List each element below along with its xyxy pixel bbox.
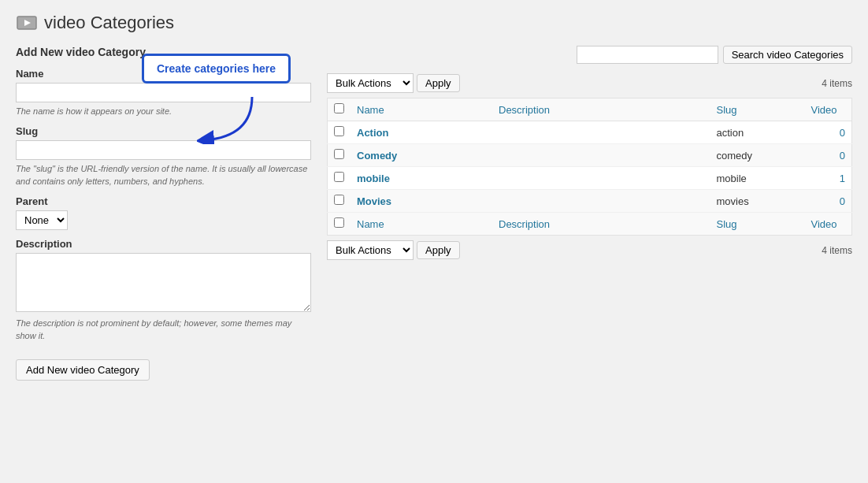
slug-hint: The "slug" is the URL-friendly version o… [16,163,311,188]
table-row: Comedy comedy 0 [328,144,852,167]
row-description-cell [492,144,710,167]
select-all-checkbox[interactable] [334,103,344,113]
row-name-cell: Comedy [351,144,492,167]
top-bulk-actions-select[interactable]: Bulk Actions [327,73,414,93]
right-panel: Search video Categories Bulk Actions App… [327,46,852,381]
col-footer-description-label: Description [499,218,550,230]
row-slug-cell: movies [710,190,805,213]
col-header-name: Name [351,98,492,121]
description-textarea[interactable] [16,253,311,312]
row-description-cell [492,167,710,190]
description-hint: The description is not prominent by defa… [16,318,311,342]
slug-input[interactable] [16,140,311,160]
row-checkbox[interactable] [334,172,344,182]
row-name-cell: mobile [351,167,492,190]
col-footer-video-link[interactable]: Video [811,218,837,230]
description-label: Description [16,238,311,250]
callout-bubble: Create categories here [142,54,291,84]
bottom-apply-button[interactable]: Apply [417,241,460,259]
parent-field-group: Parent None [16,195,311,230]
row-name-cell: Action [351,121,492,144]
row-name-link[interactable]: Action [357,127,388,139]
search-input[interactable] [577,46,718,64]
left-panel: Create categories here Add New video Cat… [16,46,311,381]
row-video-cell: 0 [805,144,852,167]
col-footer-slug-link[interactable]: Slug [717,218,737,230]
slug-field-group: Slug The "slug" is the URL-friendly vers… [16,125,311,188]
description-field-group: Description The description is not promi… [16,238,311,342]
parent-label: Parent [16,195,311,207]
search-button[interactable]: Search video Categories [723,46,852,64]
search-bar: Search video Categories [327,46,852,64]
col-footer-description: Description [492,213,710,236]
parent-select[interactable]: None [16,210,68,230]
row-slug-cell: action [710,121,805,144]
callout-arrow [197,97,260,147]
row-name-link[interactable]: Comedy [357,150,397,162]
table-row: Action action 0 [328,121,852,144]
row-slug-cell: comedy [710,144,805,167]
slug-label: Slug [16,125,311,137]
top-apply-button[interactable]: Apply [417,74,460,92]
col-header-video-link[interactable]: Video [811,104,837,116]
row-video-cell: 1 [805,167,852,190]
row-checkbox-cell [328,190,351,213]
parent-select-wrapper: None [16,210,311,230]
row-checkbox[interactable] [334,126,344,136]
bottom-items-count: 4 items [822,245,852,256]
col-header-description: Description [492,98,710,121]
categories-table: Name Description Slug Video [327,98,852,236]
col-header-checkbox [328,98,351,121]
col-footer-slug: Slug [710,213,805,236]
table-header-row: Name Description Slug Video [328,98,852,121]
select-all-footer-checkbox[interactable] [334,217,344,228]
row-name-link[interactable]: Movies [357,195,391,207]
row-checkbox[interactable] [334,149,344,159]
col-footer-video: Video [805,213,852,236]
add-new-button[interactable]: Add New video Category [16,359,150,381]
col-header-description-label: Description [499,104,550,116]
table-body: Action action 0 Comedy comedy 0 mobile m… [328,121,852,213]
row-checkbox-cell [328,121,351,144]
bottom-toolbar-left: Bulk Actions Apply [327,240,460,260]
row-checkbox[interactable] [334,195,344,205]
table-row: Movies movies 0 [328,190,852,213]
row-video-cell: 0 [805,190,852,213]
table-row: mobile mobile 1 [328,167,852,190]
col-footer-checkbox [328,213,351,236]
top-toolbar-left: Bulk Actions Apply [327,73,460,93]
top-items-count: 4 items [822,78,852,89]
col-header-slug-link[interactable]: Slug [717,104,737,116]
video-categories-icon [16,12,38,34]
row-slug-cell: mobile [710,167,805,190]
bottom-toolbar: Bulk Actions Apply 4 items [327,240,852,260]
row-name-cell: Movies [351,190,492,213]
col-header-video: Video [805,98,852,121]
col-header-slug: Slug [710,98,805,121]
page-wrapper: video Categories Create categories here … [0,0,868,483]
main-layout: Create categories here Add New video Cat… [16,46,852,381]
bottom-bulk-actions-select[interactable]: Bulk Actions [327,240,414,260]
row-name-link[interactable]: mobile [357,173,390,184]
page-title-bar: video Categories [16,12,852,34]
row-video-cell: 0 [805,121,852,144]
page-title: video Categories [44,13,174,33]
name-hint: The name is how it appears on your site. [16,106,311,117]
col-footer-name: Name [351,213,492,236]
row-checkbox-cell [328,167,351,190]
row-description-cell [492,121,710,144]
row-checkbox-cell [328,144,351,167]
col-header-name-link[interactable]: Name [357,104,384,116]
row-description-cell [492,190,710,213]
top-toolbar: Bulk Actions Apply 4 items [327,73,852,93]
table-footer-row: Name Description Slug Video [328,213,852,236]
col-footer-name-link[interactable]: Name [357,218,384,230]
name-input[interactable] [16,83,311,102]
